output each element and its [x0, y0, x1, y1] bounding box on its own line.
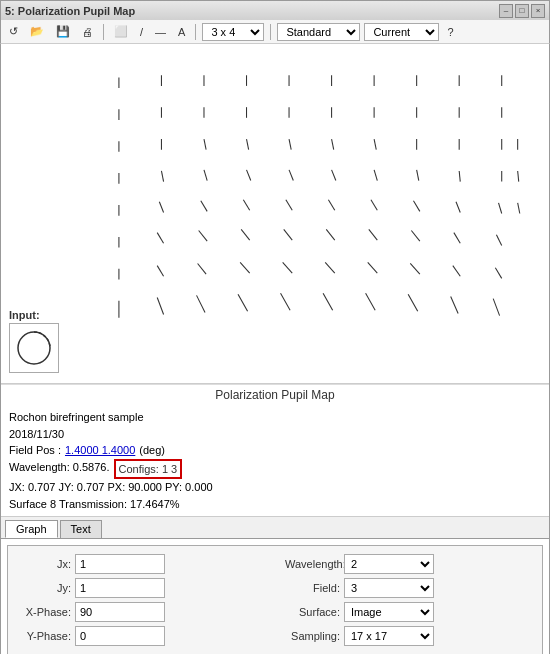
toolbar: ↺ 📂 💾 🖨 ⬜ / — A 3 x 4 Standard Current ?: [0, 20, 550, 44]
settings-grid: Jx: Jy: X-Phase: Y-Phase:: [16, 554, 534, 650]
tab-graph[interactable]: Graph: [5, 520, 58, 538]
settings-left: Jx: Jy: X-Phase: Y-Phase:: [16, 554, 265, 650]
svg-line-49: [371, 200, 377, 211]
field-label: Field:: [285, 582, 340, 594]
svg-line-70: [368, 262, 378, 273]
svg-line-44: [159, 202, 163, 213]
sampling-select[interactable]: 17 x 17: [344, 626, 434, 646]
svg-line-53: [518, 203, 520, 214]
field-row: Field: 3: [285, 578, 534, 598]
svg-line-35: [247, 170, 251, 181]
svg-line-80: [366, 293, 376, 310]
window-title: 5: Polarization Pupil Map: [5, 5, 135, 17]
svg-line-48: [328, 200, 334, 211]
svg-line-61: [411, 231, 420, 242]
settings-panel: Jx: Jy: X-Phase: Y-Phase:: [7, 545, 543, 654]
surface-select[interactable]: Image: [344, 602, 434, 622]
svg-line-24: [247, 139, 249, 150]
info-line-5: JX: 0.707 JY: 0.707 PX: 90.000 PY: 0.000: [9, 479, 541, 496]
svg-line-73: [495, 268, 501, 279]
wavelength-info: Wavelength: 0.5876.: [9, 459, 110, 480]
toolbar-open[interactable]: 📂: [26, 23, 48, 40]
standard-select[interactable]: Standard: [277, 23, 360, 41]
minimize-button[interactable]: –: [499, 4, 513, 18]
svg-line-57: [241, 229, 250, 240]
vectors-area: [1, 44, 549, 383]
sampling-label: Sampling:: [285, 630, 340, 642]
main-window: Input:: [0, 44, 550, 654]
svg-line-37: [332, 170, 336, 181]
toolbar-print[interactable]: 🖨: [78, 24, 97, 40]
wavelength-select[interactable]: 2: [344, 554, 434, 574]
toolbar-line[interactable]: /: [136, 24, 147, 40]
svg-line-76: [197, 295, 206, 312]
svg-line-62: [454, 233, 460, 244]
svg-line-71: [410, 263, 420, 274]
svg-line-55: [157, 233, 163, 244]
toolbar-sep-2: [195, 24, 196, 40]
toolbar-select[interactable]: ⬜: [110, 23, 132, 40]
settings-right: Wavelength: 2 Field: 3 Surface: Image: [285, 554, 534, 650]
svg-line-66: [198, 263, 207, 274]
svg-line-77: [238, 294, 248, 311]
plot-area: Input:: [1, 44, 549, 384]
svg-line-50: [413, 201, 419, 212]
yphase-input[interactable]: [75, 626, 165, 646]
polarization-vectors-svg: [71, 54, 539, 373]
svg-line-45: [201, 201, 207, 212]
svg-line-68: [283, 262, 293, 273]
svg-line-27: [374, 139, 376, 150]
current-select[interactable]: Current: [364, 23, 439, 41]
jx-row: Jx:: [16, 554, 265, 574]
plot-title: Polarization Pupil Map: [1, 384, 549, 405]
svg-line-42: [518, 171, 519, 182]
sampling-row: Sampling: 17 x 17: [285, 626, 534, 646]
field-select[interactable]: 3: [344, 578, 434, 598]
svg-line-67: [240, 262, 250, 273]
toolbar-undo[interactable]: ↺: [5, 23, 22, 40]
title-bar-buttons: – □ ×: [499, 4, 545, 18]
title-bar: 5: Polarization Pupil Map – □ ×: [0, 0, 550, 20]
svg-line-59: [326, 229, 335, 240]
field-pos-unit: (deg): [139, 442, 165, 459]
wavelength-label: Wavelength:: [285, 558, 340, 570]
toolbar-save-icon[interactable]: 💾: [52, 23, 74, 40]
toolbar-dash[interactable]: —: [151, 24, 170, 40]
svg-line-72: [453, 266, 460, 277]
svg-line-34: [204, 170, 207, 181]
configs-box: Configs: 1 3: [114, 459, 183, 480]
tab-text[interactable]: Text: [60, 520, 102, 538]
toolbar-text[interactable]: A: [174, 24, 189, 40]
svg-line-51: [456, 202, 460, 213]
svg-line-78: [281, 293, 291, 310]
yphase-label: Y-Phase:: [16, 630, 71, 642]
grid-select[interactable]: 3 x 4: [202, 23, 264, 41]
svg-line-52: [499, 203, 502, 214]
svg-line-47: [286, 200, 292, 211]
info-line-2: 2018/11/30: [9, 426, 541, 443]
xphase-row: X-Phase:: [16, 602, 265, 622]
info-line-1: Rochon birefringent sample: [9, 409, 541, 426]
maximize-button[interactable]: □: [515, 4, 529, 18]
jy-input[interactable]: [75, 578, 165, 598]
info-line-4: Wavelength: 0.5876. Configs: 1 3: [9, 459, 541, 480]
jy-row: Jy:: [16, 578, 265, 598]
close-button[interactable]: ×: [531, 4, 545, 18]
svg-line-23: [204, 139, 206, 150]
info-panel: Rochon birefringent sample 2018/11/30 Fi…: [1, 405, 549, 517]
jx-input[interactable]: [75, 554, 165, 574]
field-pos-label: Field Pos :: [9, 442, 61, 459]
field-pos-value: 1.4000 1.4000: [65, 442, 135, 459]
svg-line-81: [408, 294, 418, 311]
toolbar-sep-1: [103, 24, 104, 40]
svg-line-60: [369, 229, 378, 240]
svg-line-83: [493, 299, 499, 316]
svg-line-46: [243, 200, 249, 211]
svg-line-25: [289, 139, 291, 150]
xphase-input[interactable]: [75, 602, 165, 622]
help-button[interactable]: ?: [443, 24, 457, 40]
svg-line-69: [325, 262, 335, 273]
svg-line-65: [157, 266, 163, 277]
surface-row: Surface: Image: [285, 602, 534, 622]
info-line-6: Surface 8 Transmission: 17.4647%: [9, 496, 541, 513]
